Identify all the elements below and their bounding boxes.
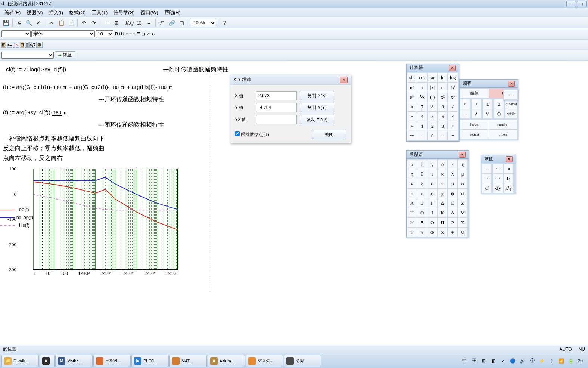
integral-icon[interactable]: ∫	[13, 42, 15, 48]
numbers-icon[interactable]: ⊟	[141, 31, 145, 37]
palette-cell[interactable]: Φ	[427, 228, 437, 237]
palette-cell[interactable]: Μ	[458, 208, 467, 217]
goto-button[interactable]: ➜转至	[55, 51, 75, 59]
palette-cell[interactable]: Α	[407, 198, 417, 208]
palette-cell[interactable]: Ρ	[448, 218, 457, 227]
matrix-icon[interactable]: ⊞	[1, 42, 6, 48]
copy-y-button[interactable]: 复制 Y(Y)	[300, 103, 334, 112]
palette-cell[interactable]: ο	[427, 179, 437, 188]
palette-cell[interactable]: ⅟x	[417, 92, 427, 102]
palette-cell[interactable]: Π	[438, 218, 447, 227]
tray-icon[interactable]: ✓	[500, 358, 506, 364]
close-icon[interactable]: ✕	[506, 156, 513, 162]
preview-icon[interactable]: 🔍	[24, 18, 33, 27]
eval-icon[interactable]: ≤	[16, 42, 19, 48]
palette-cell[interactable]: xfy	[493, 183, 503, 193]
close-icon[interactable]: ✕	[449, 65, 456, 71]
palette-cell[interactable]: Κ	[438, 208, 447, 217]
zoom-select[interactable]: 100%	[190, 19, 216, 27]
bullets-icon[interactable]: ☰	[137, 31, 141, 37]
palette-cell[interactable]: /	[448, 102, 458, 111]
palette-cell[interactable]: Ψ	[448, 228, 457, 237]
palette-cell[interactable]: :=	[493, 164, 503, 173]
palette-cell[interactable]: Χ	[438, 228, 447, 237]
palette-cell[interactable]: γ	[427, 160, 437, 169]
palette-cell[interactable]: xʸ	[448, 92, 458, 102]
palette-cell[interactable]: 9	[438, 102, 447, 111]
greek-icon[interactable]: αβ	[29, 42, 35, 48]
palette-cell[interactable]: =	[482, 164, 491, 173]
subscript-icon[interactable]: x₂	[151, 31, 155, 37]
close-button[interactable]: 关闭	[312, 130, 346, 139]
tray-icon[interactable]: 🔵	[510, 358, 516, 364]
palette-cell[interactable]: 7	[417, 102, 427, 111]
palette-cell[interactable]: δ	[438, 160, 447, 169]
palette-cell[interactable]: 4	[417, 112, 427, 121]
palette-cell[interactable]: λ	[448, 169, 457, 179]
palette-cell[interactable]: υ	[417, 189, 427, 198]
palette-cell[interactable]: Θ	[417, 208, 427, 217]
palette-cell[interactable]: 3	[438, 121, 447, 131]
palette-cell[interactable]: Σ	[458, 218, 467, 227]
palette-cell[interactable]: τ	[407, 189, 417, 198]
xy-trace-dialog[interactable]: X-Y 跟踪 ✕ X 值 复制 X(X) Y 值 复制 Y(Y) Y2 值 复制…	[230, 75, 351, 143]
taskbar-item[interactable]: MMathc...	[55, 355, 93, 367]
palette-cell[interactable]: ψ	[448, 189, 457, 198]
system-tray[interactable]: 中 王 ⊞ ◧ ✓ 🔵 🔊 ⓘ ⚡ ᛒ 📶 🔋 20	[458, 358, 587, 364]
palette-cell[interactable]: π	[407, 102, 417, 111]
palette-cell[interactable]: κ	[438, 169, 447, 179]
palette-cell[interactable]: ρ	[448, 179, 457, 188]
palette-cell[interactable]: Ζ	[458, 198, 467, 208]
taskbar-item[interactable]: A	[40, 355, 55, 367]
palette-cell[interactable]: 2	[428, 121, 437, 131]
palette-cell[interactable]: ω	[458, 189, 467, 198]
align2-icon[interactable]: ⊞	[112, 18, 121, 27]
taskbar-item[interactable]: 空间矢...	[246, 355, 283, 367]
close-icon[interactable]: ✕	[508, 81, 515, 87]
palette-cell[interactable]: .	[417, 131, 427, 140]
palette-cell[interactable]: ⌐	[438, 83, 447, 92]
y2-value-input[interactable]	[256, 115, 297, 124]
underline-icon[interactable]: U	[121, 31, 124, 37]
tray-icon[interactable]: ⓘ	[529, 358, 535, 364]
palette-cell[interactable]: Γ	[427, 198, 437, 208]
palette-cell[interactable]: Ε	[448, 198, 457, 208]
palette-cell[interactable]: |x|	[428, 83, 437, 92]
spellcheck-icon[interactable]: ✔	[34, 18, 43, 27]
bold-icon[interactable]: B	[115, 31, 118, 37]
palette-cell[interactable]: x²	[438, 92, 447, 102]
palette-cell[interactable]: 6	[438, 112, 447, 121]
align-icon[interactable]: ≡	[102, 18, 111, 27]
close-icon[interactable]: ✕	[459, 152, 466, 158]
graph-icon[interactable]: ⊞	[20, 42, 24, 48]
track-checkbox-label[interactable]: 跟踪数据点(T)	[235, 131, 269, 138]
taskbar-item[interactable]: AAltium...	[208, 355, 245, 367]
menu-edit[interactable]: 编辑(E)	[1, 9, 24, 17]
palette-cell[interactable]: β	[417, 160, 427, 169]
palette-cell[interactable]: ÷	[407, 121, 417, 131]
palette-cell[interactable]: ι	[427, 169, 437, 179]
palette-cell[interactable]: 5	[428, 112, 437, 121]
symbolic-icon[interactable]: 🎓	[36, 42, 43, 48]
tray-icon[interactable]: ᛒ	[549, 358, 555, 364]
palette-cell[interactable]: ≡	[504, 164, 513, 173]
programming-palette[interactable]: 编程✕ 编算✕ <>≤≥otherwi ¬∧∨⊕while breakconti…	[459, 79, 518, 140]
palette-cell[interactable]: →	[482, 174, 491, 183]
menu-insert[interactable]: 插入(I)	[46, 9, 66, 17]
print-icon[interactable]: 🖨	[15, 18, 24, 27]
palette-cell[interactable]: −	[438, 131, 447, 140]
greek-palette[interactable]: 希腊语✕ αβγδεζηθικλμνξοπρστυφχψωΑΒΓΔΕΖΗΘΙΚΛ…	[406, 150, 469, 238]
taskbar-item[interactable]: 📁D:\taik...	[1, 355, 39, 367]
palette-cell[interactable]: ε	[448, 160, 457, 169]
palette-cell[interactable]: π	[438, 179, 447, 188]
palette-cell[interactable]: ⁿ√	[448, 83, 458, 92]
unit-icon[interactable]: 🕮	[135, 18, 144, 27]
fx-icon[interactable]: f(x)	[125, 18, 134, 27]
copy-x-button[interactable]: 复制 X(X)	[300, 91, 334, 100]
palette-cell[interactable]: Η	[407, 208, 417, 217]
palette-cell[interactable]: α	[407, 160, 417, 169]
palette-cell[interactable]: ⊦	[407, 112, 417, 121]
programming-palette-arrow[interactable]: ←	[503, 89, 518, 100]
palette-cell[interactable]: Ξ	[417, 218, 427, 227]
palette-cell[interactable]: Λ	[448, 208, 457, 217]
